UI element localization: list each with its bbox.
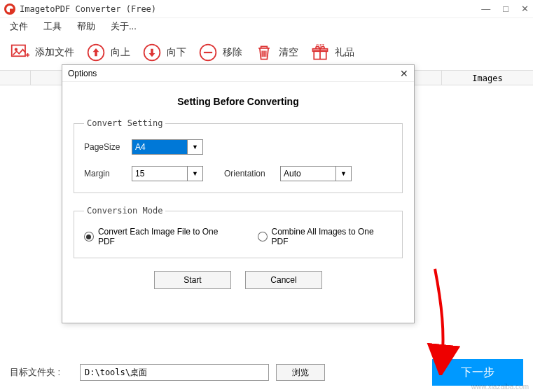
output-folder-label: 目标文件夹 : bbox=[10, 366, 73, 379]
orientation-value[interactable] bbox=[280, 166, 336, 181]
browse-button[interactable]: 浏览 bbox=[276, 364, 325, 381]
toolbar-label: 添加文件 bbox=[35, 46, 74, 59]
trash-icon bbox=[254, 42, 275, 63]
dialog-title: Options bbox=[68, 69, 97, 78]
toolbar-label: 向下 bbox=[167, 46, 186, 59]
radio-each-image[interactable]: Convert Each Image File to One PDF bbox=[84, 227, 237, 246]
remove-button[interactable]: 移除 bbox=[198, 42, 242, 63]
dialog-close-button[interactable]: ✕ bbox=[400, 68, 408, 79]
menu-about[interactable]: 关于... bbox=[111, 20, 137, 33]
chevron-down-icon[interactable]: ▼ bbox=[188, 166, 203, 181]
conversion-mode-group: Conversion Mode Convert Each Image File … bbox=[74, 206, 403, 258]
dialog-heading: Setting Before Converting bbox=[74, 96, 403, 107]
chevron-down-icon[interactable]: ▼ bbox=[188, 139, 203, 155]
move-down-button[interactable]: 向下 bbox=[141, 42, 186, 63]
orientation-label: Orientation bbox=[224, 169, 273, 178]
pagesize-value[interactable] bbox=[132, 139, 188, 155]
footer: 目标文件夹 : 浏览 下一步 bbox=[0, 353, 533, 392]
margin-label: Margin bbox=[84, 169, 125, 178]
svg-text:GIFT: GIFT bbox=[316, 43, 325, 48]
maximize-button[interactable]: □ bbox=[503, 4, 508, 14]
margin-value[interactable] bbox=[132, 166, 188, 181]
close-button[interactable]: ✕ bbox=[521, 4, 529, 14]
toolbar-label: 礼品 bbox=[335, 46, 354, 59]
gift-button[interactable]: GIFT 礼品 bbox=[310, 42, 354, 63]
pagesize-label: PageSize bbox=[84, 142, 125, 152]
menu-help[interactable]: 帮助 bbox=[77, 20, 95, 33]
conversion-mode-legend: Conversion Mode bbox=[84, 206, 165, 216]
orientation-select[interactable]: ▼ bbox=[280, 166, 352, 181]
minus-circle-icon bbox=[198, 42, 219, 63]
convert-setting-legend: Convert Setting bbox=[84, 118, 165, 128]
options-dialog: Options ✕ Setting Before Converting Conv… bbox=[62, 64, 415, 323]
arrow-up-icon bbox=[85, 42, 106, 63]
menu-tools[interactable]: 工具 bbox=[43, 20, 62, 33]
cancel-button[interactable]: Cancel bbox=[245, 271, 322, 289]
minimize-button[interactable]: — bbox=[481, 4, 490, 14]
toolbar-label: 清空 bbox=[279, 46, 298, 59]
arrow-down-icon bbox=[141, 42, 162, 63]
add-file-button[interactable]: 添加文件 bbox=[10, 42, 74, 63]
window-title: ImagetoPDF Converter (Free) bbox=[20, 4, 156, 14]
menubar: 文件 工具 帮助 关于... bbox=[0, 18, 533, 35]
toolbar-label: 向上 bbox=[111, 46, 130, 59]
toolbar-label: 移除 bbox=[223, 46, 242, 59]
watermark: www.xiazaiba.com bbox=[471, 383, 529, 391]
start-button[interactable]: Start bbox=[154, 271, 231, 289]
output-folder-input[interactable] bbox=[80, 364, 269, 381]
app-logo bbox=[4, 4, 15, 15]
svg-point-1 bbox=[15, 48, 18, 50]
col-images: Images bbox=[442, 71, 533, 85]
radio-icon bbox=[84, 232, 94, 241]
move-up-button[interactable]: 向上 bbox=[85, 42, 130, 63]
chevron-down-icon[interactable]: ▼ bbox=[336, 166, 352, 181]
gift-icon: GIFT bbox=[310, 42, 331, 63]
clear-button[interactable]: 清空 bbox=[254, 42, 298, 63]
menu-file[interactable]: 文件 bbox=[10, 20, 28, 33]
radio-combine[interactable]: Combine All Images to One PDF bbox=[258, 227, 392, 246]
image-plus-icon bbox=[10, 42, 31, 63]
radio-label: Combine All Images to One PDF bbox=[272, 227, 392, 246]
pagesize-select[interactable]: ▼ bbox=[132, 139, 203, 155]
radio-icon bbox=[258, 232, 268, 241]
convert-setting-group: Convert Setting PageSize ▼ Margin ▼ bbox=[74, 118, 403, 193]
margin-select[interactable]: ▼ bbox=[132, 166, 203, 181]
radio-label: Convert Each Image File to One PDF bbox=[98, 227, 237, 246]
next-step-button[interactable]: 下一步 bbox=[432, 359, 523, 386]
